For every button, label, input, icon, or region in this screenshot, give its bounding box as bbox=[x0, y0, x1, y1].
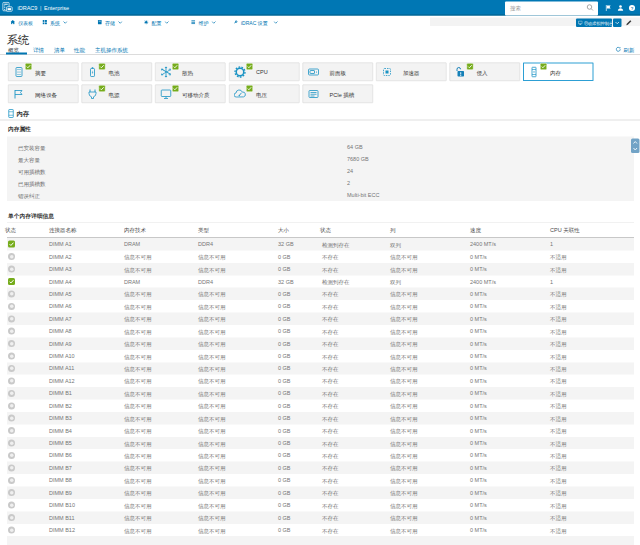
svg-text:?: ? bbox=[631, 6, 634, 11]
